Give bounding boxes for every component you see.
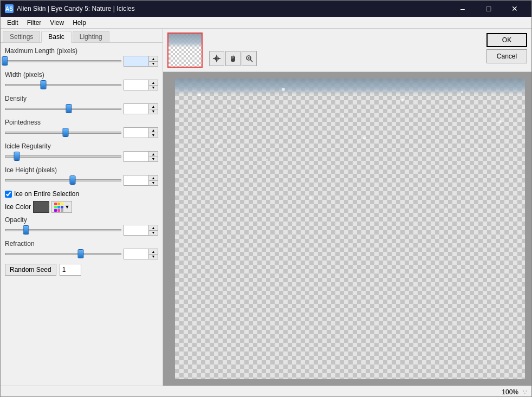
close-button[interactable]: ✕ xyxy=(502,1,527,17)
opacity-thumb[interactable] xyxy=(23,225,29,235)
opacity-arrows: ▲ ▼ xyxy=(148,225,158,235)
color-dot-6 xyxy=(61,206,63,209)
right-panel: OK Cancel xyxy=(163,29,531,386)
ice-height-up[interactable]: ▲ xyxy=(149,175,158,181)
refraction-spinbox[interactable]: 80 ▲ ▼ xyxy=(124,249,158,259)
maximum-length-up[interactable]: ▲ xyxy=(149,56,158,62)
regularity-up[interactable]: ▲ xyxy=(149,152,158,157)
ice-color-swatch[interactable] xyxy=(33,201,49,213)
pointedness-thumb[interactable] xyxy=(62,128,68,137)
tab-basic[interactable]: Basic xyxy=(41,31,71,43)
regularity-thumb[interactable] xyxy=(14,152,20,161)
regularity-arrows: ▲ ▼ xyxy=(148,152,158,161)
refraction-track xyxy=(5,253,121,255)
tab-settings[interactable]: Settings xyxy=(3,31,40,42)
ice-selection-checkbox[interactable] xyxy=(5,191,12,198)
zoom-level: 100% xyxy=(502,388,518,396)
width-down[interactable]: ▼ xyxy=(149,86,158,90)
ice-height-input[interactable]: 138.72 xyxy=(124,175,148,185)
width-thumb[interactable] xyxy=(40,80,46,89)
regularity-spinbox[interactable]: 12 ▲ ▼ xyxy=(124,151,158,162)
canvas-area xyxy=(163,72,531,386)
refraction-slider[interactable] xyxy=(5,249,121,259)
refraction-down[interactable]: ▼ xyxy=(149,255,158,259)
maximum-length-slider[interactable] xyxy=(5,56,121,67)
pointedness-slider[interactable] xyxy=(5,127,121,138)
regularity-down[interactable]: ▼ xyxy=(149,157,158,162)
width-slider[interactable] xyxy=(5,80,121,90)
regularity-label: Icicle Regularity xyxy=(5,142,158,150)
tab-bar: Settings Basic Lighting xyxy=(1,29,163,43)
density-input[interactable]: 70 xyxy=(124,104,148,114)
refraction-thumb[interactable] xyxy=(77,249,83,258)
thumbnail-ice-overlay xyxy=(168,34,202,47)
random-seed-row: Random Seed xyxy=(5,264,158,276)
ice-height-thumb[interactable] xyxy=(69,175,75,185)
width-input[interactable]: 40.10 xyxy=(124,80,148,90)
density-spinbox[interactable]: 70 ▲ ▼ xyxy=(124,103,158,114)
width-spinbox[interactable]: 40.10 ▲ ▼ xyxy=(124,80,158,90)
ice-height-row: 138.72 ▲ ▼ xyxy=(5,175,158,186)
maximum-length-spinbox[interactable]: 0.00 ▲ ▼ xyxy=(124,56,158,67)
ice-height-track xyxy=(5,179,121,181)
zoom-tool-button[interactable] xyxy=(242,51,257,66)
ok-button[interactable]: OK xyxy=(486,33,527,47)
maximum-length-down[interactable]: ▼ xyxy=(149,62,158,67)
menu-edit[interactable]: Edit xyxy=(3,18,23,28)
hand-tool-button[interactable] xyxy=(225,51,241,66)
density-down[interactable]: ▼ xyxy=(149,109,158,114)
maximum-length-thumb[interactable] xyxy=(2,56,8,66)
opacity-label: Opacity xyxy=(5,216,158,224)
opacity-slider[interactable] xyxy=(5,225,121,236)
opacity-control: Opacity 20 ▲ ▼ xyxy=(5,216,158,236)
title-bar-left: AS Alien Skin | Eye Candy 5: Nature | Ic… xyxy=(5,4,135,13)
width-arrows: ▲ ▼ xyxy=(148,80,158,90)
color-dot-9 xyxy=(61,209,63,212)
pointedness-label: Pointedness xyxy=(5,119,158,126)
color-grid-button[interactable]: ▼ xyxy=(51,201,72,213)
random-seed-button[interactable]: Random Seed xyxy=(5,264,56,276)
pointedness-down[interactable]: ▼ xyxy=(149,133,158,138)
maximize-button[interactable]: □ xyxy=(476,1,501,17)
pointedness-input[interactable]: 68 xyxy=(124,128,148,138)
maximum-length-input[interactable]: 0.00 xyxy=(124,56,148,66)
minimize-button[interactable]: – xyxy=(450,1,475,17)
window-controls: – □ ✕ xyxy=(450,1,527,17)
refraction-up[interactable]: ▲ xyxy=(149,249,158,255)
opacity-spinbox[interactable]: 20 ▲ ▼ xyxy=(124,225,158,236)
menu-help[interactable]: Help xyxy=(68,18,90,28)
density-up[interactable]: ▲ xyxy=(149,104,158,109)
density-thumb[interactable] xyxy=(66,104,72,113)
opacity-up[interactable]: ▲ xyxy=(149,225,158,231)
pointedness-spinbox[interactable]: 68 ▲ ▼ xyxy=(124,127,158,138)
ice-height-slider[interactable] xyxy=(5,175,121,186)
controls-area: Maximum Length (pixels) 0.00 ▲ ▼ xyxy=(1,43,163,386)
color-dot-4 xyxy=(54,206,57,209)
menu-filter[interactable]: Filter xyxy=(23,18,46,28)
ice-height-spinbox[interactable]: 138.72 ▲ ▼ xyxy=(124,175,158,186)
ice-selection-label: Ice on Entire Selection xyxy=(14,190,79,198)
tab-lighting[interactable]: Lighting xyxy=(73,31,109,42)
pointedness-control: Pointedness 68 ▲ ▼ xyxy=(5,119,158,138)
maximum-length-label: Maximum Length (pixels) xyxy=(5,47,158,55)
pointedness-row: 68 ▲ ▼ xyxy=(5,127,158,138)
cancel-button[interactable]: Cancel xyxy=(486,49,527,63)
width-label: Width (pixels) xyxy=(5,71,158,79)
pointedness-up[interactable]: ▲ xyxy=(149,128,158,133)
ice-height-down[interactable]: ▼ xyxy=(149,181,158,186)
random-seed-input[interactable] xyxy=(60,264,81,276)
color-dot-3 xyxy=(61,203,63,205)
pointedness-arrows: ▲ ▼ xyxy=(148,128,158,138)
width-up[interactable]: ▲ xyxy=(149,80,158,86)
density-slider[interactable] xyxy=(5,103,121,114)
regularity-input[interactable]: 12 xyxy=(124,152,148,161)
app-icon: AS xyxy=(5,4,14,13)
preview-thumbnail xyxy=(167,32,203,68)
opacity-input[interactable]: 20 xyxy=(124,225,148,235)
crosshair-tool-button[interactable] xyxy=(209,51,224,66)
opacity-down[interactable]: ▼ xyxy=(149,231,158,236)
refraction-input[interactable]: 80 xyxy=(124,249,148,259)
menu-view[interactable]: View xyxy=(46,18,68,28)
density-row: 70 ▲ ▼ xyxy=(5,103,158,114)
regularity-slider[interactable] xyxy=(5,151,121,162)
